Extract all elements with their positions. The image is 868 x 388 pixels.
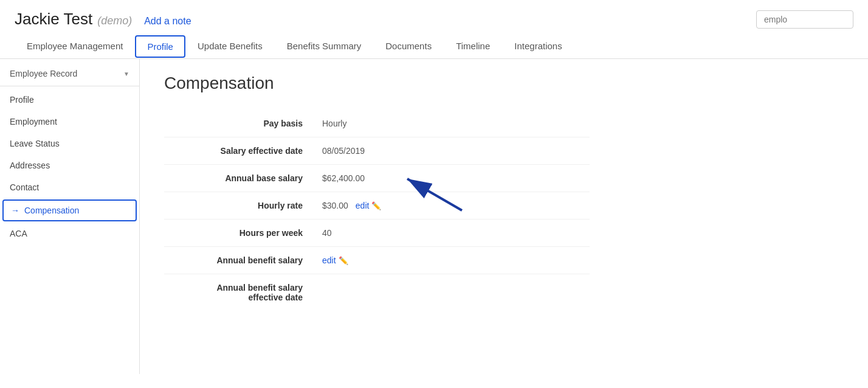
sidebar-item-label: ACA (10, 229, 27, 238)
sidebar-item-compensation[interactable]: → Compensation (2, 199, 137, 221)
tab-employee-management[interactable]: Employee Management (15, 33, 135, 58)
field-label-hours-per-week: Hours per week (164, 228, 322, 238)
field-value-salary-effective-date: 08/05/2019 (322, 146, 365, 156)
sidebar-items: Profile Employment Leave Status Addresse… (0, 86, 139, 247)
hourly-rate-value: $30.00 (322, 201, 348, 210)
field-value-hourly-rate: $30.00 edit ✏️ (322, 201, 381, 210)
sidebar-item-label: Compensation (24, 206, 79, 215)
field-label-salary-effective-date: Salary effective date (164, 146, 322, 156)
employee-name: Jackie Test (15, 10, 92, 29)
field-value-hours-per-week: 40 (322, 228, 332, 238)
comp-row-annual-benefit-salary: Annual benefit salary edit ✏️ (164, 247, 590, 274)
sidebar-section-label: Employee Record (10, 69, 77, 78)
section-title: Compensation (164, 74, 844, 93)
sidebar-item-label: Employment (10, 117, 57, 126)
main-layout: Employee Record ▼ Profile Employment Lea… (0, 59, 868, 374)
pencil-icon: ✏️ (339, 256, 348, 265)
demo-tag: (demo) (97, 15, 132, 27)
pencil-icon: ✏️ (371, 201, 381, 210)
add-note-link[interactable]: Add a note (144, 16, 191, 27)
chevron-down-icon: ▼ (123, 71, 129, 77)
edit-annual-benefit-salary-link[interactable]: edit ✏️ (322, 255, 348, 265)
field-value-annual-base-salary: $62,400.00 (322, 173, 365, 183)
sidebar-item-employment[interactable]: Employment (0, 111, 139, 133)
field-label-hourly-rate: Hourly rate (164, 201, 322, 210)
arrow-right-icon: → (11, 206, 19, 215)
search-input[interactable] (756, 10, 853, 29)
tab-benefits-summary[interactable]: Benefits Summary (275, 33, 374, 58)
nav-tabs: Employee Management Profile Update Benef… (0, 33, 868, 59)
sidebar-item-leave-status[interactable]: Leave Status (0, 133, 139, 154)
comp-row-salary-effective-date: Salary effective date 08/05/2019 (164, 137, 590, 165)
sidebar-item-aca[interactable]: ACA (0, 223, 139, 244)
field-value-annual-benefit-salary: edit ✏️ (322, 255, 348, 265)
compensation-table: Pay basis Hourly Salary effective date 0… (164, 110, 590, 311)
field-label-pay-basis: Pay basis (164, 119, 322, 128)
tab-profile[interactable]: Profile (135, 35, 185, 58)
page-header: Jackie Test (demo) Add a note (0, 0, 868, 29)
comp-row-hourly-rate: Hourly rate $30.00 edit ✏️ (164, 192, 590, 220)
tab-integrations[interactable]: Integrations (502, 33, 574, 58)
sidebar-item-label: Contact (10, 182, 39, 192)
sidebar-item-label: Leave Status (10, 139, 60, 148)
header-left: Jackie Test (demo) Add a note (15, 10, 191, 29)
sidebar-item-label: Profile (10, 95, 34, 105)
comp-row-annual-base-salary: Annual base salary $62,400.00 (164, 165, 590, 192)
sidebar-section-header[interactable]: Employee Record ▼ (0, 59, 139, 86)
tab-timeline[interactable]: Timeline (444, 33, 502, 58)
sidebar-item-contact[interactable]: Contact (0, 176, 139, 198)
field-label-annual-benefit-salary-effective-date: Annual benefit salaryeffective date (164, 283, 322, 302)
sidebar: Employee Record ▼ Profile Employment Lea… (0, 59, 140, 374)
field-value-pay-basis: Hourly (322, 119, 346, 128)
sidebar-item-addresses[interactable]: Addresses (0, 154, 139, 176)
tab-documents[interactable]: Documents (373, 33, 444, 58)
comp-row-annual-benefit-salary-effective-date: Annual benefit salaryeffective date (164, 274, 590, 311)
edit-hourly-rate-link[interactable]: edit ✏️ (356, 201, 382, 210)
sidebar-item-profile[interactable]: Profile (0, 89, 139, 111)
content-area: Compensation Pay basis Hourly Salary eff… (140, 59, 868, 374)
field-label-annual-benefit-salary: Annual benefit salary (164, 255, 322, 265)
sidebar-item-label: Addresses (10, 161, 50, 170)
tab-update-benefits[interactable]: Update Benefits (185, 33, 275, 58)
comp-row-pay-basis: Pay basis Hourly (164, 110, 590, 137)
field-label-annual-base-salary: Annual base salary (164, 173, 322, 183)
comp-row-hours-per-week: Hours per week 40 (164, 220, 590, 247)
